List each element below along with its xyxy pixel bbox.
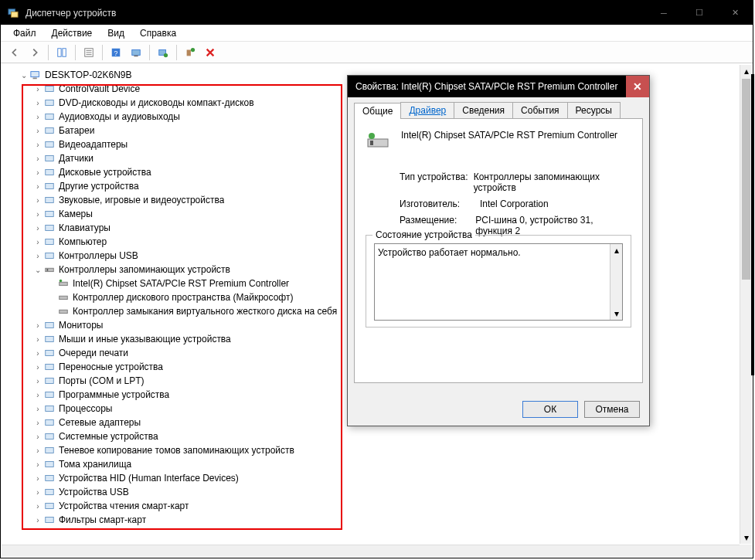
tree-label: Контроллер замыкания виртуального жестко… xyxy=(73,306,337,317)
expander-closed-icon[interactable]: › xyxy=(32,349,43,358)
update-driver-button[interactable] xyxy=(154,44,172,61)
expander-closed-icon[interactable]: › xyxy=(32,113,43,121)
expander-closed-icon[interactable]: › xyxy=(32,419,43,427)
svg-rect-29 xyxy=(46,239,54,245)
tree-node-b13[interactable]: ›Устройства чтения смарт-карт xyxy=(2,499,740,513)
status-scrollbar[interactable]: ▴ ▾ xyxy=(610,244,622,320)
svg-rect-50 xyxy=(46,504,54,509)
tab-details[interactable]: Сведения xyxy=(454,102,513,118)
tab-events[interactable]: События xyxy=(512,102,568,118)
scroll-thumb[interactable] xyxy=(742,79,750,280)
app-icon xyxy=(7,7,19,19)
menu-action[interactable]: Действие xyxy=(46,26,99,40)
expander-closed-icon[interactable]: › xyxy=(32,391,43,399)
tree-node-b14[interactable]: ›Фильтры смарт-карт xyxy=(2,513,740,527)
device-name: Intel(R) Chipset SATA/PCIe RST Premium C… xyxy=(401,130,617,141)
tree-node-b12[interactable]: ›Устройства USB xyxy=(2,485,740,499)
help-button[interactable]: ? xyxy=(107,44,125,61)
indicator-bar xyxy=(751,74,754,375)
expander-closed-icon[interactable]: › xyxy=(32,168,43,177)
horizontal-scrollbar[interactable] xyxy=(2,545,740,557)
expander-closed-icon[interactable]: › xyxy=(32,321,43,330)
maximize-button[interactable]: ☐ xyxy=(682,1,717,25)
tree-node-b11[interactable]: ›Устройства HID (Human Interface Devices… xyxy=(2,471,740,485)
scroll-up-icon[interactable]: ▴ xyxy=(740,65,752,77)
tab-general[interactable]: Общие xyxy=(354,103,401,119)
device-status-text[interactable]: Устройство работает нормально. ▴ ▾ xyxy=(374,243,623,321)
svg-rect-25 xyxy=(46,184,54,189)
scan-button[interactable] xyxy=(127,44,145,61)
category-icon xyxy=(43,319,56,331)
category-icon xyxy=(43,236,56,248)
ok-button[interactable]: ОК xyxy=(522,401,578,418)
dialog-close-button[interactable]: ✕ xyxy=(626,76,649,97)
svg-rect-46 xyxy=(46,448,54,453)
close-button[interactable]: ✕ xyxy=(717,1,753,25)
svg-rect-44 xyxy=(46,420,54,426)
tab-resources[interactable]: Ресурсы xyxy=(567,102,621,118)
show-hide-tree-button[interactable] xyxy=(53,44,71,61)
expander-closed-icon[interactable]: › xyxy=(32,433,43,441)
tree-label: Устройства USB xyxy=(59,487,129,497)
category-icon xyxy=(43,486,56,498)
properties-button[interactable] xyxy=(80,44,98,61)
tree-label: Теневое копирование томов запоминающих у… xyxy=(59,445,294,456)
delete-button[interactable] xyxy=(201,44,219,61)
expander-closed-icon[interactable]: › xyxy=(32,363,43,372)
expander-closed-icon[interactable]: › xyxy=(32,196,43,205)
scroll-down-icon[interactable]: ▾ xyxy=(610,307,622,320)
tree-label: ControlVault Device xyxy=(59,83,140,94)
expander-closed-icon[interactable]: › xyxy=(32,127,43,135)
expander-closed-icon[interactable]: › xyxy=(32,446,43,455)
forward-button[interactable] xyxy=(26,44,44,61)
expander-closed-icon[interactable]: › xyxy=(32,224,43,232)
expander-closed-icon[interactable]: › xyxy=(32,99,43,107)
device-status-group: Состояние устройства Устройство работает… xyxy=(366,235,631,328)
expander-closed-icon[interactable]: › xyxy=(32,182,43,191)
expander-closed-icon[interactable]: › xyxy=(32,377,43,385)
expander-closed-icon[interactable]: › xyxy=(32,460,43,469)
menu-help[interactable]: Справка xyxy=(134,26,182,40)
svg-rect-47 xyxy=(46,462,54,467)
expander-closed-icon[interactable]: › xyxy=(32,502,43,511)
category-icon xyxy=(43,416,56,429)
category-icon xyxy=(43,458,56,470)
expander-closed-icon[interactable]: › xyxy=(32,238,43,246)
tab-driver[interactable]: Драйвер xyxy=(400,102,454,118)
dialog-titlebar[interactable]: Свойства: Intel(R) Chipset SATA/PCIe RST… xyxy=(348,76,649,97)
category-icon xyxy=(43,83,56,95)
expander-closed-icon[interactable]: › xyxy=(32,335,43,344)
separator xyxy=(102,45,103,60)
menu-view[interactable]: Вид xyxy=(101,26,131,40)
vertical-scrollbar[interactable]: ▴ ▾ xyxy=(740,65,752,544)
expander-open-icon[interactable]: ⌄ xyxy=(19,71,29,80)
cancel-button[interactable]: Отмена xyxy=(584,401,640,418)
expander-closed-icon[interactable]: › xyxy=(32,252,43,260)
tree-label: Мыши и иные указывающие устройства xyxy=(59,334,231,344)
expander-open-icon[interactable]: ⌄ xyxy=(32,266,43,274)
tree-node-b9[interactable]: ›Теневое копирование томов запоминающих … xyxy=(2,443,740,457)
tree-label: Дисковые устройства xyxy=(59,167,151,178)
expander-closed-icon[interactable]: › xyxy=(32,405,43,413)
tree-node-b10[interactable]: ›Тома хранилища xyxy=(2,457,740,471)
tree-label: Контроллер дискового пространства (Майкр… xyxy=(73,292,293,303)
minimize-button[interactable]: ─ xyxy=(646,1,682,25)
expander-closed-icon[interactable]: › xyxy=(32,488,43,497)
scroll-down-icon[interactable]: ▾ xyxy=(740,531,752,544)
expander-closed-icon[interactable]: › xyxy=(32,141,43,149)
expander-closed-icon[interactable]: › xyxy=(32,516,43,524)
back-button[interactable] xyxy=(5,44,24,61)
expander-closed-icon[interactable]: › xyxy=(32,154,43,163)
menu-file[interactable]: Файл xyxy=(7,26,43,40)
svg-rect-35 xyxy=(60,296,68,299)
svg-rect-18 xyxy=(46,87,54,92)
tree-node-b8[interactable]: ›Системные устройства xyxy=(2,429,740,443)
expander-closed-icon[interactable]: › xyxy=(32,474,43,483)
svg-rect-10 xyxy=(132,49,141,55)
svg-rect-17 xyxy=(33,78,37,80)
tree-label: Контроллеры USB xyxy=(59,250,138,261)
expander-closed-icon[interactable]: › xyxy=(32,85,43,93)
uninstall-button[interactable] xyxy=(181,44,199,61)
expander-closed-icon[interactable]: › xyxy=(32,210,43,219)
scroll-up-icon[interactable]: ▴ xyxy=(610,244,622,256)
